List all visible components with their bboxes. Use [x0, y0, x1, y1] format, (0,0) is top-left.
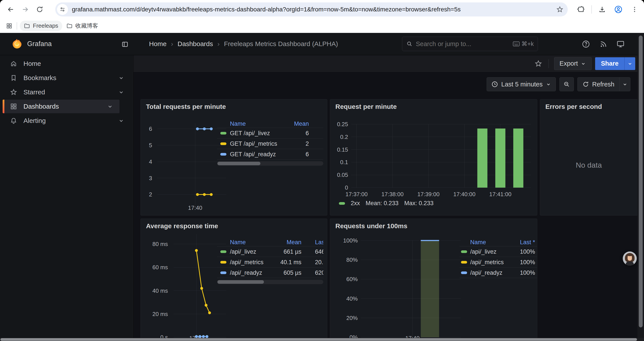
legend-table: NameMeanLast */api/_livez661 µs646 µs/ap…: [217, 238, 323, 287]
bookmark-folder-blog[interactable]: 收藏博客: [62, 21, 102, 31]
time-range-picker[interactable]: Last 5 minutes: [486, 77, 556, 91]
legend-row[interactable]: /api/_livez100%: [460, 246, 537, 257]
sidebar-item-bookmarks[interactable]: Bookmarks: [3, 71, 131, 85]
legend-value: 20.5 ms: [315, 257, 323, 267]
legend-row[interactable]: /api/_metrics40.1 ms20.5 ms: [217, 257, 323, 267]
zoom-out-time-button[interactable]: [560, 77, 574, 91]
brand-name[interactable]: Grafana: [27, 40, 52, 48]
chevron-down-icon[interactable]: [118, 75, 124, 81]
downloads-button[interactable]: [595, 2, 609, 17]
sidebar-item-starred[interactable]: Starred: [3, 85, 131, 99]
breadcrumb-dashboards[interactable]: Dashboards: [178, 40, 213, 48]
browser-back-button[interactable]: [4, 2, 18, 17]
grafana-logo[interactable]: [12, 38, 22, 49]
search-shortcut: ⌘+k: [513, 40, 534, 47]
news-button[interactable]: [598, 39, 609, 50]
sidebar-item-alerting[interactable]: Alerting: [3, 114, 131, 128]
legend-scrollbar-thumb: [218, 280, 264, 284]
dashboard-actionbar: Export Share: [134, 55, 644, 72]
bookmark-page-button[interactable]: [553, 3, 566, 16]
legend-row[interactable]: /api/_metrics100%: [460, 257, 537, 267]
share-menu-button[interactable]: [624, 57, 635, 70]
data-point: [203, 193, 206, 196]
sidebar-item-label: Starred: [24, 88, 118, 96]
vertical-scrollbar[interactable]: [638, 33, 644, 341]
browser-profile-button[interactable]: [611, 2, 626, 17]
url-text[interactable]: grafana.mathmast.com/d/deytv4rwavabkb/fr…: [72, 6, 553, 13]
star-icon: [534, 60, 542, 68]
rss-icon: [599, 40, 608, 48]
refresh-button[interactable]: Refresh: [578, 78, 619, 91]
bell-icon: [10, 117, 17, 124]
data-point: [202, 335, 205, 338]
bar: [496, 129, 506, 188]
panel-title[interactable]: Errors per second: [545, 103, 602, 110]
legend-scrollbar[interactable]: [217, 280, 323, 284]
search-box[interactable]: ⌘+k: [402, 37, 538, 51]
folder-icon: [66, 23, 73, 29]
horizontal-scrollbar[interactable]: [0, 338, 644, 341]
refresh-button-group: Refresh: [577, 77, 630, 91]
profile-icon: [614, 5, 623, 14]
share-button[interactable]: Share: [595, 57, 624, 70]
assistant-avatar-widget[interactable]: [623, 251, 637, 265]
legend-stat: Max: 0.233: [404, 200, 434, 207]
dock-panel-icon: [121, 41, 129, 48]
legend-value: 6: [217, 149, 309, 160]
panel-p1: Total requests per minute2345617:40NameM…: [140, 99, 327, 215]
breadcrumb-separator: ›: [171, 40, 173, 48]
legend-scrollbar[interactable]: [217, 161, 323, 166]
browser-reload-button[interactable]: [32, 2, 47, 17]
legend-row[interactable]: GET /api/_livez6: [217, 128, 323, 138]
legend-row[interactable]: /api/_readyz605 µs620 µs: [217, 267, 323, 278]
legend-value: 661 µs: [217, 246, 302, 257]
clock-icon: [491, 81, 498, 88]
export-button[interactable]: Export: [554, 57, 592, 70]
refresh-interval-button[interactable]: [619, 78, 630, 91]
dashboard-canvas: Last 5 minutes Refresh Total requests pe…: [134, 72, 644, 341]
display-button[interactable]: [615, 39, 626, 50]
chevron-down-icon[interactable]: [118, 89, 124, 96]
extensions-button[interactable]: [574, 2, 588, 17]
main-content: Export Share Last 5 minutes: [134, 55, 644, 341]
actionbar-divider: [548, 59, 549, 68]
legend-header-row: NameLast *: [460, 238, 537, 246]
sidebar-item-home[interactable]: Home: [3, 57, 131, 71]
legend-value: 605 µs: [217, 267, 302, 278]
sidebar-item-label: Dashboards: [24, 103, 107, 110]
help-icon: [582, 40, 590, 49]
keyboard-icon: [513, 41, 520, 47]
search-input[interactable]: [416, 40, 510, 48]
data-point: [198, 335, 202, 338]
chevron-down-icon[interactable]: [107, 103, 113, 110]
data-point: [203, 128, 206, 130]
chevron-down-icon[interactable]: [118, 117, 124, 124]
legend-row[interactable]: /api/_readyz100%: [460, 267, 537, 278]
vertical-scrollbar-thumb[interactable]: [639, 36, 643, 327]
horizontal-scrollbar-thumb[interactable]: [0, 338, 637, 341]
dock-menu-button[interactable]: [120, 40, 130, 49]
legend-header-row: NameMeanLast *: [217, 238, 323, 246]
sidebar-item-dashboards[interactable]: Dashboards: [3, 100, 120, 113]
sidebar-item-label: Home: [24, 60, 131, 67]
folder-icon: [24, 23, 30, 29]
bookmark-folder-freeleaps[interactable]: Freeleaps: [20, 21, 62, 31]
browser-menu-button[interactable]: [627, 2, 642, 17]
avatar-body: [626, 261, 634, 265]
legend-header-mean: Mean: [217, 120, 309, 128]
reload-icon: [36, 6, 44, 13]
help-button[interactable]: [580, 39, 592, 50]
bookmarks-divider: [17, 22, 17, 30]
legend-row[interactable]: GET /api/_readyz6: [217, 149, 323, 160]
breadcrumb-home[interactable]: Home: [149, 40, 166, 48]
favorite-dashboard-button[interactable]: [534, 59, 543, 69]
area-band: [421, 240, 439, 337]
url-bar[interactable]: grafana.mathmast.com/d/deytv4rwavabkb/fr…: [55, 3, 568, 17]
legend-row[interactable]: GET /api/_metrics2: [217, 138, 323, 149]
site-settings-button[interactable]: [57, 4, 68, 15]
apps-button[interactable]: [3, 19, 15, 33]
browser-forward-button[interactable]: [18, 2, 32, 17]
legend-row[interactable]: /api/_livez661 µs646 µs: [217, 246, 323, 257]
chevron-down-icon: [580, 61, 586, 67]
bar: [513, 129, 524, 188]
